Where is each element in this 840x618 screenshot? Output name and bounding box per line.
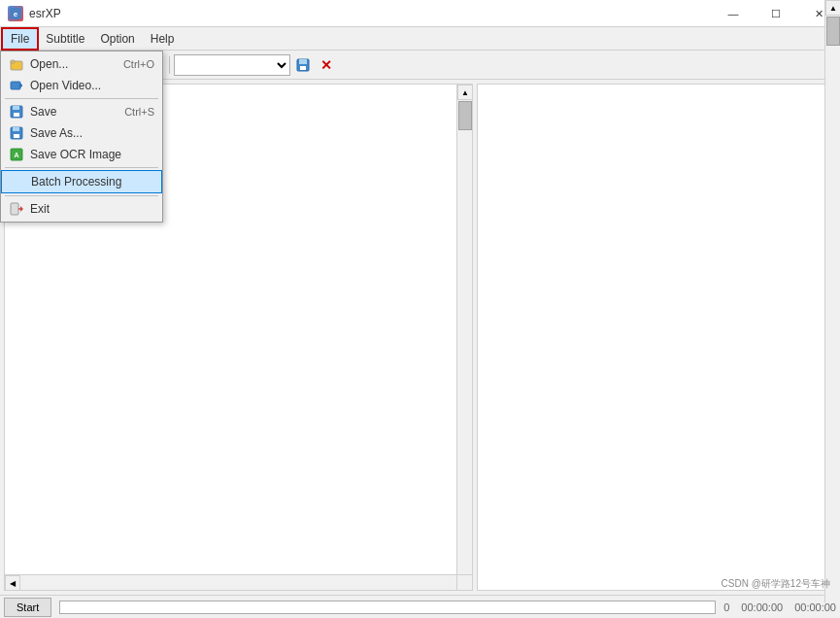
right-scroll-up[interactable]: ▲: [825, 0, 840, 16]
right-scroll-thumb[interactable]: [826, 17, 840, 46]
right-panel-scrollbar-v[interactable]: ▲: [824, 0, 840, 602]
window-controls: — ☐ ✕: [712, 0, 840, 26]
menu-save[interactable]: Save Ctrl+S: [1, 101, 162, 122]
svg-rect-34: [13, 106, 19, 110]
open-icon: [9, 56, 24, 72]
svg-marker-32: [20, 84, 22, 87]
menu-exit[interactable]: Exit: [1, 198, 162, 220]
svg-rect-35: [14, 113, 19, 117]
scroll-thumb-v[interactable]: [458, 101, 472, 130]
svg-rect-27: [299, 59, 307, 64]
menu-item-subtitle[interactable]: Subtitle: [38, 28, 92, 50]
menu-bar: File Subtitle Option Help: [0, 27, 840, 51]
progress-bar: [59, 601, 716, 614]
menu-open-shortcut: Ctrl+O: [123, 58, 154, 70]
left-panel-scrollbar-v[interactable]: ▲: [456, 85, 472, 574]
svg-rect-30: [11, 60, 15, 63]
menu-separator-2: [5, 167, 158, 168]
menu-open-label: Open...: [30, 57, 68, 71]
scroll-corner: [456, 574, 472, 590]
time-display-1: 00:00:00: [741, 601, 783, 613]
svg-rect-38: [14, 134, 19, 138]
svg-rect-41: [11, 203, 18, 215]
svg-marker-43: [20, 206, 23, 212]
menu-batch-label: Batch Processing: [31, 175, 121, 189]
menu-save-ocr[interactable]: A Save OCR Image: [1, 144, 162, 165]
menu-save-as-label: Save As...: [30, 126, 83, 140]
svg-text:A: A: [14, 152, 18, 158]
save-ocr-icon: A: [9, 147, 24, 162]
menu-open[interactable]: Open... Ctrl+O: [1, 53, 162, 75]
save-as-icon: [9, 125, 24, 141]
svg-text:e: e: [14, 10, 18, 18]
toolbar-close-button[interactable]: ✕: [316, 54, 337, 76]
frame-counter: 0: [723, 601, 729, 613]
menu-save-ocr-label: Save OCR Image: [30, 148, 121, 161]
svg-rect-37: [13, 127, 19, 131]
menu-exit-label: Exit: [30, 202, 50, 216]
minimize-button[interactable]: —: [712, 0, 755, 27]
time-display-2: 00:00:00: [794, 601, 836, 613]
menu-open-video-label: Open Video...: [30, 79, 101, 92]
menu-save-shortcut: Ctrl+S: [124, 106, 154, 118]
maximize-button[interactable]: ☐: [755, 0, 797, 27]
app-icon: e: [8, 6, 23, 21]
file-dropdown-menu: Open... Ctrl+O Open Video... Save Ctrl+S: [0, 51, 163, 223]
menu-separator-1: [5, 98, 158, 99]
toolbar-save-button[interactable]: [292, 54, 314, 76]
scroll-up-arrow[interactable]: ▲: [457, 85, 473, 100]
menu-item-file[interactable]: File: [2, 28, 38, 50]
right-panel: ▲: [477, 84, 836, 591]
menu-item-option[interactable]: Option: [92, 28, 142, 50]
menu-save-label: Save: [30, 105, 56, 119]
title-bar: e esrXP — ☐ ✕: [0, 0, 840, 27]
svg-rect-31: [11, 82, 20, 89]
status-right: 0 00:00:00 00:00:00: [723, 601, 836, 613]
toolbar-separator: [169, 56, 170, 74]
menu-batch-processing[interactable]: Batch Processing: [1, 170, 162, 193]
exit-icon: [9, 201, 24, 217]
batch-icon: [10, 174, 25, 189]
scroll-left-arrow[interactable]: ◀: [5, 575, 20, 591]
open-video-icon: [9, 78, 24, 93]
menu-open-video[interactable]: Open Video...: [1, 75, 162, 96]
save-icon: [9, 104, 24, 120]
toolbar-dropdown[interactable]: [174, 54, 290, 76]
start-button[interactable]: Start: [4, 598, 51, 617]
menu-item-help[interactable]: Help: [143, 28, 183, 50]
svg-rect-28: [300, 66, 306, 70]
menu-save-as[interactable]: Save As...: [1, 122, 162, 144]
status-bar: Start 0 00:00:00 00:00:00: [0, 595, 840, 618]
app-title: esrXP: [29, 7, 61, 20]
menu-separator-3: [5, 195, 158, 196]
left-panel-scrollbar-h[interactable]: ◀: [5, 574, 456, 590]
